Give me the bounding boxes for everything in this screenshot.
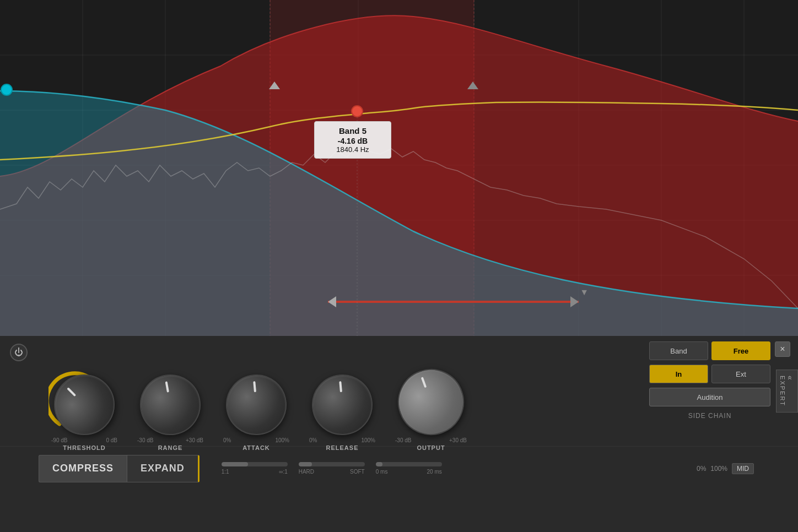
side-chain-panel: Band Free In Ext Audition SIDE CHAIN bbox=[649, 341, 770, 420]
power-icon: ⏻ bbox=[14, 348, 23, 357]
range-knob-wrapper[interactable] bbox=[140, 374, 201, 435]
ratio-fill bbox=[222, 462, 248, 466]
close-button[interactable]: × bbox=[775, 341, 790, 357]
lookahead-labels: 0 ms 20 ms bbox=[376, 469, 442, 475]
compress-button[interactable]: COMPRESS bbox=[39, 455, 127, 482]
expert-arrows: « bbox=[786, 376, 795, 404]
release-knob[interactable] bbox=[309, 372, 375, 437]
range-knob[interactable] bbox=[135, 370, 205, 439]
ratio-labels: 1:1 ∞:1 bbox=[222, 469, 288, 475]
threshold-indicator bbox=[67, 387, 76, 397]
release-label: RELEASE bbox=[326, 444, 359, 451]
free-button[interactable]: Free bbox=[711, 341, 770, 360]
release-knob-container: 0% 100% RELEASE bbox=[309, 347, 375, 451]
attack-indicator bbox=[253, 381, 256, 392]
band-tooltip-hz: 1840.4 Hz bbox=[322, 145, 383, 154]
band-tooltip: Band 5 -4.16 dB 1840.4 Hz bbox=[314, 121, 391, 159]
ext-button[interactable]: Ext bbox=[711, 365, 770, 383]
output-knob[interactable] bbox=[389, 360, 473, 444]
knee-slider[interactable] bbox=[299, 462, 365, 466]
mid-badge[interactable]: MID bbox=[732, 463, 754, 474]
controls-section: ⏻ -90 dB bbox=[0, 336, 798, 532]
pct-label-1: 0% bbox=[697, 465, 706, 473]
threshold-label: THRESHOLD bbox=[63, 444, 105, 451]
expand-button[interactable]: EXPAND bbox=[127, 455, 199, 482]
audition-button[interactable]: Audition bbox=[649, 388, 770, 406]
release-labels: 0% 100% bbox=[309, 437, 375, 443]
expert-label: EXPERT bbox=[779, 376, 786, 406]
knee-labels: HARD SOFT bbox=[299, 469, 365, 475]
controls-bottom: COMPRESS EXPAND 1:1 ∞:1 bbox=[0, 446, 798, 490]
attack-knob-container: 0% 100% ATTACK bbox=[223, 347, 289, 451]
range-indicator bbox=[165, 381, 169, 392]
side-chain-label: SIDE CHAIN bbox=[649, 412, 770, 420]
power-button[interactable]: ⏻ bbox=[10, 344, 28, 361]
band-tooltip-name: Band 5 bbox=[322, 126, 383, 135]
display-dropdown[interactable]: ▼ bbox=[580, 287, 589, 297]
in-ext-row: In Ext bbox=[649, 365, 770, 383]
output-indicator bbox=[421, 377, 427, 388]
bottom-right-labels: 0% 100% MID bbox=[697, 463, 787, 474]
knee-slider-group: HARD SOFT bbox=[299, 462, 365, 475]
band-free-row: Band Free bbox=[649, 341, 770, 360]
release-knob-wrapper[interactable] bbox=[312, 374, 373, 435]
threshold-knob-container: -90 dB 0 dB THRESHOLD bbox=[51, 347, 117, 451]
attack-label: ATTACK bbox=[242, 444, 270, 451]
in-button[interactable]: In bbox=[649, 365, 708, 383]
attack-knob[interactable] bbox=[223, 372, 289, 437]
bottom-sliders: 1:1 ∞:1 HARD SOFT bbox=[222, 462, 691, 475]
output-labels: -30 dB +30 dB bbox=[395, 437, 467, 443]
output-knob-container: -30 dB +30 dB OUTPUT bbox=[395, 341, 467, 451]
ratio-slider-group: 1:1 ∞:1 bbox=[222, 462, 288, 475]
band-button[interactable]: Band bbox=[649, 341, 708, 360]
eq-display: Band 5 -4.16 dB 1840.4 Hz ▼ bbox=[0, 0, 798, 336]
attack-labels: 0% 100% bbox=[223, 437, 289, 443]
threshold-knob-wrapper[interactable] bbox=[54, 374, 115, 435]
compress-expand-group: COMPRESS EXPAND bbox=[39, 455, 199, 482]
ratio-slider[interactable] bbox=[222, 462, 288, 466]
controls-top: ⏻ -90 dB bbox=[0, 336, 798, 446]
band-tooltip-db: -4.16 dB bbox=[322, 137, 383, 145]
attack-knob-wrapper[interactable] bbox=[226, 374, 287, 435]
release-indicator bbox=[339, 381, 342, 392]
expert-tab[interactable]: « EXPERT bbox=[776, 370, 798, 412]
range-labels: -30 dB +30 dB bbox=[137, 437, 203, 443]
range-label: RANGE bbox=[158, 444, 183, 451]
knob-group: -90 dB 0 dB THRESHOLD -30 dB +30 dB bbox=[41, 341, 477, 451]
output-knob-wrapper[interactable] bbox=[398, 369, 464, 435]
svg-point-16 bbox=[1, 84, 12, 95]
output-label: OUTPUT bbox=[417, 444, 445, 451]
plugin-container: Band 5 -4.16 dB 1840.4 Hz ▼ ⏻ bbox=[0, 0, 798, 532]
pct-label-2: 100% bbox=[710, 465, 727, 473]
range-knob-container: -30 dB +30 dB RANGE bbox=[137, 347, 203, 451]
svg-point-19 bbox=[352, 106, 363, 117]
lookahead-fill bbox=[376, 462, 382, 466]
lookahead-slider-group: 0 ms 20 ms bbox=[376, 462, 442, 475]
knee-fill bbox=[299, 462, 312, 466]
eq-svg bbox=[0, 0, 798, 336]
lookahead-slider[interactable] bbox=[376, 462, 442, 466]
